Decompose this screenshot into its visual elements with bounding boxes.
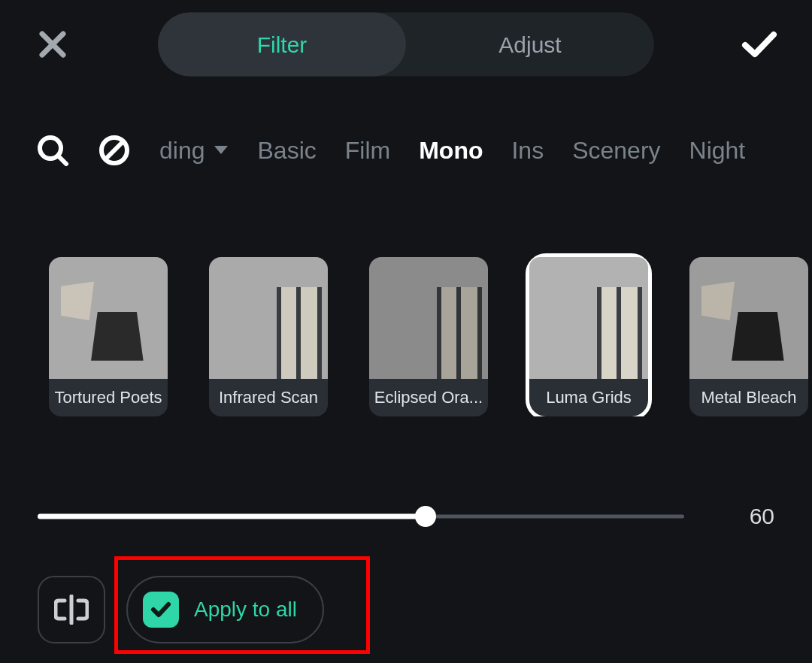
tab-segment: Filter Adjust (158, 13, 654, 77)
category-tab-scenery[interactable]: Scenery (572, 137, 660, 165)
filter-preview (49, 257, 168, 379)
slider-knob[interactable] (415, 506, 436, 527)
search-button[interactable] (36, 134, 69, 167)
compare-button[interactable] (38, 576, 105, 643)
tab-adjust[interactable]: Adjust (406, 13, 654, 77)
filter-label: Tortured Poets (49, 379, 168, 416)
category-tab-night[interactable]: Night (689, 137, 746, 165)
category-tab-mono[interactable]: Mono (419, 137, 483, 165)
category-trending[interactable]: ding (159, 137, 229, 165)
filter-label: Infrared Scan (209, 379, 328, 416)
filter-thumb-selected[interactable]: Luma Grids (529, 257, 648, 416)
tab-filter[interactable]: Filter (158, 13, 406, 77)
check-icon (150, 598, 172, 621)
category-tab-basic[interactable]: Basic (258, 137, 317, 165)
category-trending-label: ding (159, 137, 205, 165)
top-bar: Filter Adjust (0, 0, 812, 89)
apply-all-checkbox[interactable] (143, 592, 179, 628)
no-filter-button[interactable] (98, 134, 131, 167)
bottom-toolbar: Apply to all (38, 576, 324, 643)
filter-preview (529, 257, 648, 379)
close-icon (36, 28, 69, 61)
filter-label: Eclipsed Ora... (369, 379, 488, 416)
intensity-value: 60 (729, 504, 774, 529)
category-tab-film[interactable]: Film (345, 137, 390, 165)
filter-preview (369, 257, 488, 379)
filter-label: Luma Grids (529, 379, 648, 416)
ban-icon (98, 134, 131, 167)
tab-filter-label: Filter (257, 32, 308, 57)
filter-label: Metal Bleach (689, 379, 808, 416)
filter-preview (689, 257, 808, 379)
filter-preview (209, 257, 328, 379)
intensity-slider[interactable] (38, 505, 684, 528)
split-compare-icon (54, 595, 89, 625)
category-row: ding Basic Film Mono Ins Scenery Night (0, 89, 812, 167)
close-button[interactable] (30, 22, 75, 67)
tab-adjust-label: Adjust (498, 32, 561, 57)
category-tab-ins[interactable]: Ins (511, 137, 544, 165)
search-icon (36, 134, 69, 167)
filter-thumb[interactable]: Metal Bleach (689, 257, 808, 416)
check-icon (739, 24, 780, 65)
filter-thumbnails: Tortured Poets Infrared Scan Eclipsed Or… (0, 167, 812, 416)
chevron-down-icon (213, 144, 229, 156)
filter-thumb[interactable]: Infrared Scan (209, 257, 328, 416)
apply-to-all-button[interactable]: Apply to all (126, 576, 324, 643)
filter-thumb[interactable]: Eclipsed Ora... (369, 257, 488, 416)
slider-fill (38, 514, 426, 519)
filter-thumb[interactable]: Tortured Poets (49, 257, 168, 416)
confirm-button[interactable] (737, 22, 782, 67)
intensity-slider-row: 60 (38, 504, 774, 529)
apply-all-label: Apply to all (194, 598, 297, 622)
